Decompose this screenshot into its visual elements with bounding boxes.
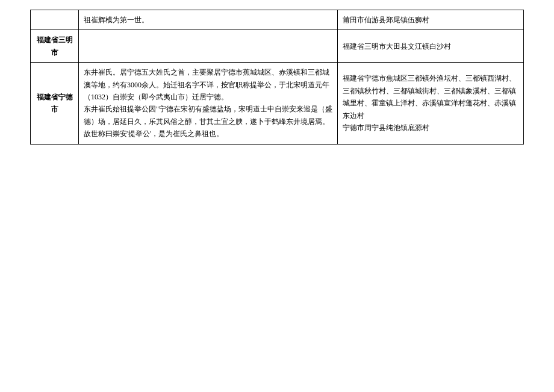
cell-location: 莆田市仙游县郑尾镇伍狮村	[338, 10, 524, 30]
cell-description: 祖崔辉模为第一世。	[79, 10, 338, 30]
table-row: 福建省三明市 福建省三明市大田县文江镇白沙村	[31, 30, 524, 63]
cell-description: 东井崔氏。居宁德五大姓氏之首，主要聚居宁德市蕉城城区、赤溪镇和三都城澳等地，约有…	[79, 63, 338, 144]
cell-location: 福建省三明市大田县文江镇白沙村	[338, 30, 524, 63]
table-row: 祖崔辉模为第一世。 莆田市仙游县郑尾镇伍狮村	[31, 10, 524, 30]
cell-region	[31, 10, 79, 30]
cell-location: 福建省宁德市焦城区三都镇外渔坛村、三都镇西湖村、三都镇秋竹村、三都镇城街村、三都…	[338, 63, 524, 144]
table-row: 福建省宁德市 东井崔氏。居宁德五大姓氏之首，主要聚居宁德市蕉城城区、赤溪镇和三都…	[31, 63, 524, 144]
cell-description	[79, 30, 338, 63]
cell-region: 福建省宁德市	[31, 63, 79, 144]
cell-region: 福建省三明市	[31, 30, 79, 63]
